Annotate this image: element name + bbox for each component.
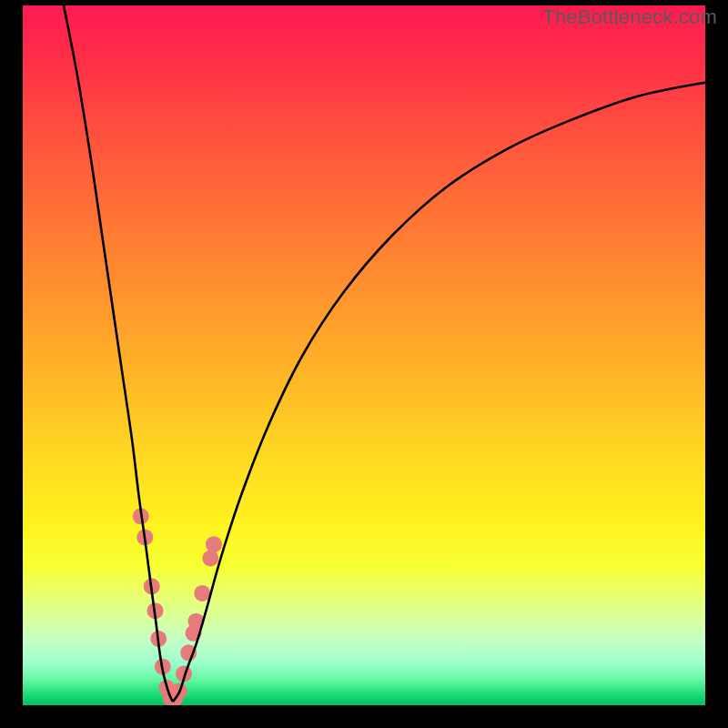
left-curve [64,5,173,702]
plot-area [23,5,705,705]
highlight-dot [202,551,218,567]
right-curve [173,83,705,703]
highlight-dots [133,508,222,705]
chart-frame: TheBottleneck.com [0,0,728,728]
highlight-dot [194,585,210,602]
highlight-dot [206,536,222,552]
watermark-text: TheBottleneck.com [542,5,717,29]
curve-layer [23,5,705,705]
